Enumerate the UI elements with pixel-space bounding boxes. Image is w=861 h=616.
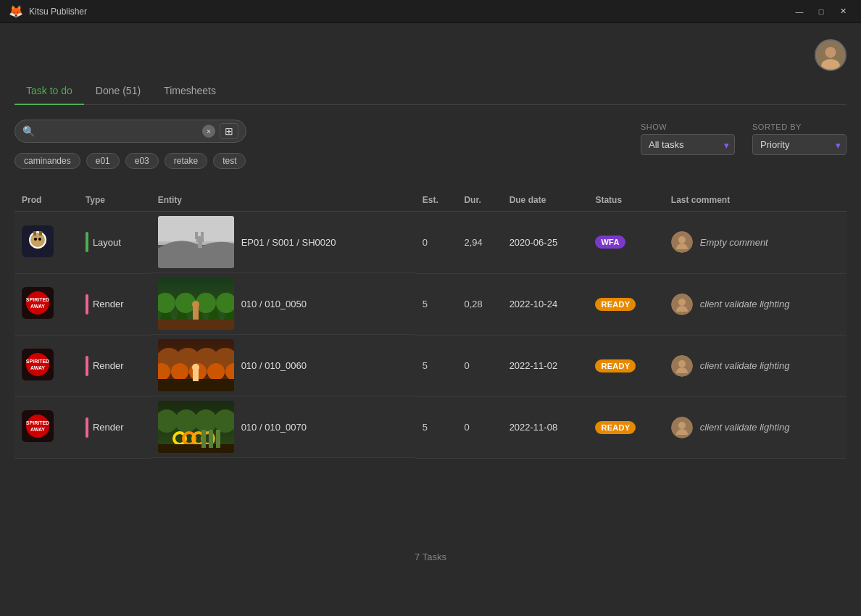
cell-prod [14,396,78,458]
type-label: Render [93,299,124,309]
tabs: Task to do Done (51) Timesheets [14,78,847,105]
col-status: Status [588,189,663,212]
thumbnail-image [158,401,234,453]
tab-timesheets[interactable]: Timesheets [152,78,228,105]
save-filter-button[interactable]: ⊞ [220,123,238,139]
table-header-row: Prod Type Entity Est. Dur. Due date Stat… [14,189,847,212]
app-icon: 🦊 [9,4,23,18]
tag-e03[interactable]: e03 [125,153,159,169]
sort-label: SORTED BY [752,122,802,131]
type-badge: Layout [86,232,144,252]
filter-bar: 🔍 × ⊞ [14,120,246,143]
col-est: Est. [415,189,457,212]
cell-entity: 010 / 010_0060 [151,335,415,396]
cell-dur: 0,28 [457,273,502,335]
maximize-button[interactable]: □ [812,4,831,19]
cell-est: 5 [415,273,457,335]
type-badge: Render [86,294,144,315]
search-input[interactable] [39,126,198,137]
status-badge: WFA [595,236,625,249]
show-select[interactable]: All tasks My tasks [641,134,735,155]
tag-test[interactable]: test [213,153,246,169]
thumbnail-image [158,339,234,391]
titlebar-left: 🦊 Kitsu Publisher [9,4,87,18]
cell-status: READY [588,335,663,396]
type-color-bar [86,417,88,438]
footer: 7 Tasks [0,544,861,570]
tab-done[interactable]: Done (51) [84,78,152,105]
col-dur: Dur. [457,189,502,212]
entity-name: 010 / 010_0060 [241,360,307,371]
table-row[interactable]: Layout EP01 / S001 / SH002002,942020-06-… [14,212,847,274]
thumbnail-image [158,216,234,268]
cell-entity: 010 / 010_0050 [151,273,415,335]
cell-dur: 0 [457,396,502,458]
cell-status: READY [588,396,663,458]
cell-status: READY [588,273,663,335]
cell-est: 5 [415,396,457,458]
cell-last-comment: client validate lighting [664,335,847,396]
comment-container: Empty comment [671,231,839,253]
cell-est: 5 [415,335,457,396]
cell-prod [14,273,78,335]
cell-prod [14,212,78,274]
comment-container: client validate lighting [671,294,839,315]
close-button[interactable]: ✕ [833,4,852,19]
cell-due-date: 2020-06-25 [502,212,588,274]
comment-text: Empty comment [700,237,768,248]
col-entity: Entity [151,189,415,212]
table-row[interactable]: Render 010 / 010_005050,282022-10-24READ… [14,273,847,335]
comment-container: client validate lighting [671,417,839,438]
status-badge: READY [595,359,636,372]
col-type: Type [78,189,151,212]
cell-status: WFA [588,212,663,274]
comment-text: client validate lighting [700,422,790,433]
minimize-button[interactable]: — [790,4,809,19]
clear-search-button[interactable]: × [202,125,215,138]
type-label: Render [93,422,124,433]
cell-due-date: 2022-11-02 [502,335,588,396]
col-due-date: Due date [502,189,588,212]
titlebar-controls: — □ ✕ [790,4,852,19]
prod-logo [22,287,54,319]
type-badge: Render [86,417,144,438]
svg-point-3 [825,47,836,58]
tag-e01[interactable]: e01 [86,153,120,169]
comment-avatar [671,417,693,438]
entity-name: EP01 / S001 / SH0020 [241,237,336,248]
type-badge: Render [86,356,144,376]
cell-type: Layout [78,212,151,274]
tag-caminandes[interactable]: caminandes [14,153,80,169]
avatar[interactable] [815,39,847,71]
comment-avatar [671,294,693,315]
header-area [0,23,861,78]
cell-prod [14,335,78,396]
cell-dur: 0 [457,335,502,396]
tab-todo[interactable]: Task to do [14,78,84,105]
cell-type: Render [78,335,151,396]
cell-type: Render [78,273,151,335]
table-scroll[interactable]: Prod Type Entity Est. Dur. Due date Stat… [14,189,847,544]
cell-type: Render [78,396,151,458]
sort-select[interactable]: Priority Due date Entity [752,134,847,155]
type-color-bar [86,294,88,315]
cell-due-date: 2022-10-24 [502,273,588,335]
cell-due-date: 2022-11-08 [502,396,588,458]
tag-retake[interactable]: retake [165,153,207,169]
table-row[interactable]: Render 010 / 010_0060502022-11-02READYcl… [14,335,847,396]
cell-est: 0 [415,212,457,274]
entity-name: 010 / 010_0070 [241,422,307,433]
table-row[interactable]: Render 010 / 010_0070502022-11-08READYcl… [14,396,847,458]
col-prod: Prod [14,189,78,212]
sort-select-wrapper: Priority Due date Entity [752,134,847,155]
type-label: Render [93,360,124,371]
show-control: SHOW All tasks My tasks [641,122,735,155]
status-badge: READY [595,421,636,434]
comment-container: client validate lighting [671,355,839,377]
search-icon: 🔍 [22,125,35,137]
titlebar: 🦊 Kitsu Publisher — □ ✕ [0,0,861,23]
cell-dur: 2,94 [457,212,502,274]
thumbnail-image [158,278,234,330]
cell-last-comment: client validate lighting [664,396,847,458]
type-label: Layout [93,237,121,248]
